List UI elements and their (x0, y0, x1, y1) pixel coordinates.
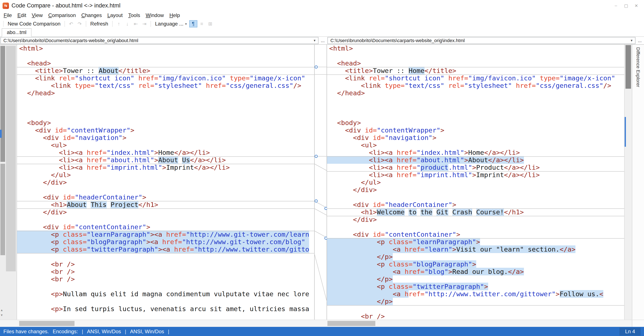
code-line[interactable]: </head> (19, 89, 314, 97)
code-line[interactable] (329, 52, 624, 59)
code-line[interactable]: <p>In sed turpis luctus, venenatis arcu … (19, 305, 314, 313)
left-horizontal-scrollbar-thumb[interactable] (19, 321, 74, 326)
code-line[interactable]: <div id="contentContainer"> (329, 231, 624, 238)
code-line[interactable] (329, 223, 624, 231)
redo-icon[interactable]: ↷ (76, 20, 84, 27)
code-line[interactable]: <li><a href="product.html">Product</a></… (329, 164, 624, 171)
code-line[interactable] (19, 97, 314, 104)
code-line[interactable]: </ul> (19, 171, 314, 179)
code-line[interactable]: <link rel="shortcut icon" href="img/favi… (19, 74, 314, 82)
menu-item-edit[interactable]: Edit (15, 12, 29, 18)
code-line[interactable]: <div id="navigation"> (19, 134, 314, 141)
code-line[interactable]: <h1>Welcome to the Git Crash Course!</h1… (329, 208, 624, 216)
next-difference-icon[interactable]: ↓ (123, 20, 131, 27)
right-file-path-combo[interactable]: C:\Users\brunobrito\Documents\carparts-w… (328, 37, 636, 44)
code-line[interactable]: <title>Tower :: Home</title> (329, 67, 624, 74)
code-line[interactable]: </p> (329, 298, 624, 305)
code-line[interactable]: <head> (19, 59, 314, 67)
code-line[interactable] (19, 52, 314, 59)
code-line[interactable]: <p class="twitterParagraph"> (329, 283, 624, 290)
left-code-area[interactable]: <html> <head> <title>Tower :: About</tit… (17, 45, 314, 313)
code-line[interactable] (329, 97, 624, 104)
code-line[interactable]: </p> (329, 275, 624, 283)
code-line[interactable]: <p class="learnParagraph"> (329, 238, 624, 246)
code-line[interactable]: <ul> (19, 141, 314, 149)
diff-splitter[interactable] (314, 45, 327, 320)
menu-item-layout[interactable]: Layout (104, 12, 126, 18)
code-line[interactable]: <li><a href="index.html">Home</a></li> (19, 149, 314, 156)
code-line[interactable]: <link type="text/css" rel="stylesheet" h… (19, 82, 314, 89)
code-line[interactable] (19, 283, 314, 290)
language-selector[interactable]: Language ...▾ (153, 20, 189, 27)
copy-change-button[interactable] (315, 200, 318, 202)
code-line[interactable]: </head> (329, 89, 624, 97)
code-line[interactable]: <body> (329, 119, 624, 127)
structure-comparison-icon[interactable]: ⊞ (206, 20, 214, 27)
menu-item-file[interactable]: File (1, 12, 15, 18)
code-line[interactable] (19, 216, 314, 223)
code-line[interactable]: <li><a href="index.html">Home</a></li> (329, 149, 624, 156)
code-line[interactable]: <br /> (329, 313, 624, 320)
code-line[interactable]: <li><a href="about.html">About Us</a></l… (19, 156, 314, 164)
copy-change-button[interactable] (315, 66, 318, 68)
menu-item-comparison[interactable]: Comparison (46, 12, 78, 18)
menu-item-changes[interactable]: Changes (78, 12, 104, 18)
menu-item-tools[interactable]: Tools (126, 12, 143, 18)
menu-item-window[interactable]: Window (143, 12, 166, 18)
menu-item-view[interactable]: View (29, 12, 46, 18)
new-code-comparison-button[interactable]: New Code Comparison (6, 20, 62, 27)
code-line[interactable]: <div id="headerContainer"> (19, 194, 314, 201)
code-line[interactable] (19, 112, 314, 119)
code-line[interactable] (329, 194, 624, 201)
left-editor-pane[interactable]: <html> <head> <title>Tower :: About</tit… (17, 45, 314, 320)
code-line[interactable]: <link rel="shortcut icon" href="img/favi… (329, 74, 624, 82)
code-line[interactable]: <li><a href="imprint.html">Imprint</a></… (329, 171, 624, 179)
code-line[interactable]: <p class="blogParagraph"> (329, 261, 624, 268)
code-line[interactable]: <div id="contentWrapper"> (329, 127, 624, 134)
last-difference-icon[interactable]: ⇥ (140, 20, 148, 27)
code-line[interactable]: </div> (329, 216, 624, 223)
code-line[interactable]: <h1>About This Project</h1> (19, 201, 314, 208)
right-code-area[interactable]: <html> <head> <title>Tower :: Home</titl… (327, 45, 624, 320)
copy-change-button[interactable] (315, 155, 318, 158)
code-line[interactable]: <body> (19, 119, 314, 127)
code-line[interactable]: <p>Nullam quis elit id magna condimentum… (19, 290, 314, 298)
code-line[interactable]: </ul> (329, 179, 624, 186)
left-browse-button[interactable]: ... (318, 38, 327, 43)
code-line[interactable]: <div id="headerContainer"> (329, 201, 624, 208)
code-line[interactable]: <a href="http://www.twitter.com/gittower… (329, 290, 624, 298)
code-line[interactable]: <head> (329, 59, 624, 67)
minimize-button[interactable]: – (611, 3, 621, 8)
document-tab[interactable]: abo...tml (2, 28, 32, 37)
diff-overview-strip[interactable]: ▴ ▾ (0, 45, 17, 320)
vertical-scrollbar[interactable] (624, 45, 632, 320)
close-button[interactable]: ✕ (631, 3, 642, 8)
code-line[interactable] (19, 298, 314, 305)
overview-scroll-up-icon[interactable]: ▴ (1, 308, 2, 312)
code-line[interactable]: <ul> (329, 141, 624, 149)
undo-icon[interactable]: ↶ (67, 20, 75, 27)
code-line[interactable]: <div id="contentWrapper"> (19, 127, 314, 134)
chevron-down-icon[interactable]: ▾ (628, 38, 632, 43)
code-line[interactable]: <p class="twitterParagraph"><a href="htt… (19, 246, 314, 253)
right-editor-pane[interactable]: <html> <head> <title>Tower :: Home</titl… (327, 45, 624, 320)
code-line[interactable]: <br /> (19, 268, 314, 275)
code-line[interactable]: <div id="contentContainer"> (19, 223, 314, 231)
maximize-button[interactable]: ▢ (621, 3, 631, 8)
left-horizontal-scrollbar[interactable] (17, 320, 327, 327)
show-whitespace-icon[interactable]: ¶ (189, 20, 197, 27)
code-line[interactable]: <li><a href="about.html">About</a></li> (329, 156, 624, 164)
code-line[interactable]: </div> (329, 186, 624, 194)
chevron-down-icon[interactable]: ▾ (312, 38, 316, 43)
left-file-path-combo[interactable]: C:\Users\brunobrito\Documents\carparts-w… (0, 37, 318, 44)
code-line[interactable]: </p> (329, 253, 624, 261)
code-line[interactable]: <html> (19, 45, 314, 52)
overview-scroll-down-icon[interactable]: ▾ (1, 313, 2, 317)
code-line[interactable]: <html> (329, 45, 624, 52)
code-line[interactable]: <br /> (19, 261, 314, 268)
menu-item-help[interactable]: Help (167, 12, 183, 18)
code-line[interactable]: <link type="text/css" rel="stylesheet" h… (329, 82, 624, 89)
line-details-icon[interactable]: ≡ (198, 20, 206, 27)
code-line[interactable]: <li><a href="imprint.html">Imprint</a></… (19, 164, 314, 171)
refresh-button[interactable]: Refresh (88, 20, 110, 27)
